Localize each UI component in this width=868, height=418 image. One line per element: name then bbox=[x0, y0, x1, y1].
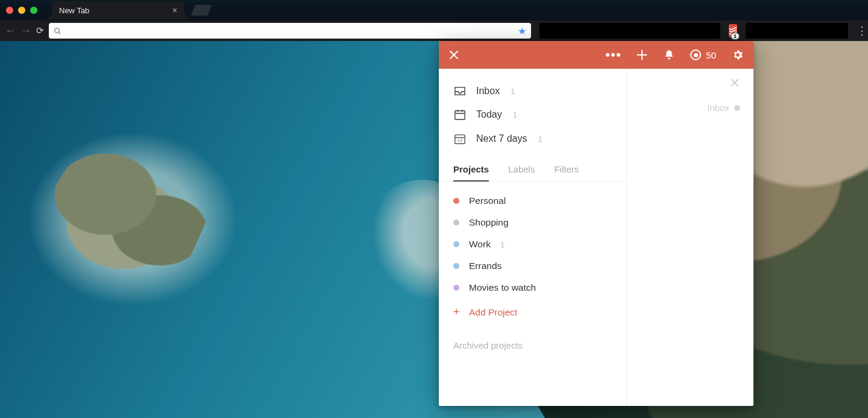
project-name: Errands bbox=[469, 261, 502, 271]
browser-tab-strip: New Tab × bbox=[0, 0, 868, 21]
quick-add-button[interactable] bbox=[636, 49, 648, 61]
project-item[interactable]: Movies to watch bbox=[453, 277, 612, 299]
view-count: 1 bbox=[538, 135, 542, 144]
project-color-dot bbox=[453, 220, 459, 226]
svg-rect-6 bbox=[455, 111, 465, 120]
forward-button[interactable]: → bbox=[20, 25, 31, 37]
add-project-label: Add Project bbox=[469, 307, 517, 318]
collapse-icon[interactable] bbox=[729, 77, 740, 88]
project-name: Personal bbox=[469, 195, 506, 206]
sidebar-tabs: Projects Labels Filters bbox=[439, 156, 626, 182]
view-label: Next 7 days bbox=[476, 133, 527, 144]
reload-button[interactable]: ⟳ bbox=[36, 25, 44, 36]
project-item[interactable]: Errands bbox=[453, 255, 612, 277]
project-item[interactable]: Shopping bbox=[453, 212, 612, 233]
calendar-today-icon bbox=[453, 109, 467, 121]
plus-icon: + bbox=[453, 306, 459, 318]
back-button[interactable]: ← bbox=[5, 25, 16, 37]
content-title: Inbox bbox=[707, 103, 729, 113]
project-color-dot bbox=[453, 241, 459, 247]
calendar-week-icon: +7 bbox=[453, 133, 467, 145]
todoist-header: 50 bbox=[439, 41, 753, 69]
todoist-content-area: Inbox bbox=[627, 69, 753, 406]
browser-menu-button[interactable]: ⋮ bbox=[857, 24, 867, 37]
project-color-dot bbox=[453, 285, 459, 291]
more-menu-icon[interactable] bbox=[606, 53, 620, 57]
view-next-7-days[interactable]: +7 Next 7 days 1 bbox=[439, 127, 626, 151]
archived-projects-link[interactable]: Archived projects bbox=[439, 326, 626, 365]
tab-close-icon[interactable]: × bbox=[172, 5, 177, 15]
content-header: Inbox bbox=[707, 103, 740, 113]
view-count: 1 bbox=[513, 110, 517, 119]
karma-icon bbox=[690, 49, 701, 60]
projects-list: PersonalShoppingWork1ErrandsMovies to wa… bbox=[439, 182, 626, 299]
tab-title: New Tab bbox=[59, 6, 89, 15]
project-color-dot bbox=[734, 105, 740, 111]
window-minimize-button[interactable] bbox=[18, 7, 25, 14]
inbox-icon bbox=[453, 86, 467, 97]
project-name: Work bbox=[469, 239, 491, 250]
svg-point-0 bbox=[55, 28, 60, 33]
bookmark-star-icon[interactable]: ★ bbox=[518, 25, 526, 37]
todoist-sidebar: Inbox 1 Today 1 +7 Next 7 days 1 Project… bbox=[439, 69, 627, 406]
view-inbox[interactable]: Inbox 1 bbox=[439, 80, 626, 103]
svg-line-1 bbox=[58, 32, 60, 34]
project-color-dot bbox=[453, 198, 459, 204]
project-item[interactable]: Personal bbox=[453, 190, 612, 212]
settings-gear-icon[interactable] bbox=[732, 49, 744, 61]
view-count: 1 bbox=[511, 87, 515, 96]
project-color-dot bbox=[453, 263, 459, 269]
todoist-panel: 50 Inbox 1 Today 1 bbox=[439, 41, 753, 406]
view-today[interactable]: Today 1 bbox=[439, 103, 626, 127]
new-tab-button[interactable] bbox=[191, 5, 212, 16]
redacted-area-2 bbox=[746, 23, 848, 39]
window-zoom-button[interactable] bbox=[30, 7, 37, 14]
tab-projects[interactable]: Projects bbox=[453, 164, 489, 182]
karma-indicator[interactable]: 50 bbox=[690, 49, 716, 60]
tab-filters[interactable]: Filters bbox=[554, 164, 579, 181]
redacted-area bbox=[539, 23, 720, 39]
omnibox-input[interactable] bbox=[66, 26, 513, 36]
todoist-extension-button[interactable]: 1 bbox=[729, 24, 737, 37]
project-count: 1 bbox=[500, 240, 505, 249]
window-close-button[interactable] bbox=[6, 7, 13, 14]
view-label: Today bbox=[476, 109, 502, 120]
project-item[interactable]: Work1 bbox=[453, 233, 612, 255]
extension-badge: 1 bbox=[731, 33, 740, 40]
close-panel-button[interactable] bbox=[448, 49, 459, 60]
svg-text:+7: +7 bbox=[458, 138, 462, 144]
search-icon bbox=[54, 27, 61, 35]
notifications-icon[interactable] bbox=[664, 49, 675, 60]
view-label: Inbox bbox=[476, 86, 500, 97]
project-name: Shopping bbox=[469, 217, 509, 228]
browser-tab[interactable]: New Tab × bbox=[52, 1, 184, 19]
karma-points: 50 bbox=[706, 50, 716, 60]
add-project-button[interactable]: + Add Project bbox=[453, 299, 612, 326]
omnibox[interactable]: ★ bbox=[49, 23, 531, 39]
window-controls bbox=[6, 7, 37, 14]
tab-labels[interactable]: Labels bbox=[508, 164, 535, 181]
project-name: Movies to watch bbox=[469, 282, 536, 293]
browser-toolbar: ← → ⟳ ★ 1 ⋮ bbox=[0, 21, 868, 41]
